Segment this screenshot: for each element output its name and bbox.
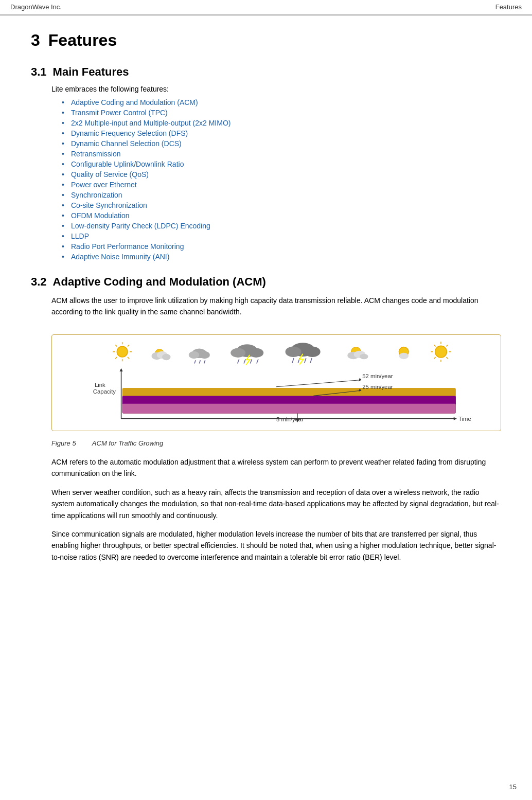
section-3-2-body: ACM allows the user to improve link util… (51, 295, 501, 563)
chapter-number: 3 (31, 31, 40, 49)
page-footer: 15 (509, 783, 517, 791)
feature-list-item[interactable]: LLDP (62, 232, 501, 240)
figure-caption-text: ACM for Traffic Growing (92, 439, 163, 447)
acm-para-4: Since communication signals are modulate… (51, 528, 501, 563)
page-header: DragonWave Inc. Features (0, 0, 532, 15)
feature-link[interactable]: Adaptive Noise Immunity (ANI) (71, 253, 169, 261)
svg-line-29 (292, 358, 294, 363)
feature-list-item[interactable]: Synchronization (62, 191, 501, 199)
section-3-1-title: 3.1Main Features (31, 65, 501, 79)
feature-list-item[interactable]: Retransmission (62, 150, 501, 158)
chapter-title: 3Features (31, 31, 501, 50)
svg-point-28 (305, 346, 321, 357)
feature-list-item[interactable]: Dynamic Frequency Selection (DFS) (62, 129, 501, 137)
page-number: 15 (509, 783, 517, 791)
header-right: Features (495, 3, 522, 11)
svg-line-8 (115, 357, 117, 359)
svg-text:Capacity: Capacity (93, 388, 116, 395)
feature-list: Adaptive Coding and Modulation (ACM)Tran… (62, 98, 501, 261)
svg-line-44 (434, 345, 436, 346)
svg-line-46 (446, 345, 448, 346)
chapter-title-text: Features (48, 31, 117, 49)
svg-line-45 (446, 357, 448, 359)
svg-point-14 (189, 351, 200, 358)
section-3-2-number: 3.2 (31, 275, 47, 288)
svg-line-32 (310, 358, 312, 363)
page-wrapper: DragonWave Inc. Features 3Features 3.1Ma… (0, 0, 532, 800)
feature-link[interactable]: Adaptive Coding and Modulation (ACM) (71, 98, 198, 106)
svg-line-31 (305, 358, 306, 363)
feature-link[interactable]: 2x2 Multiple-input and Multiple-output (… (71, 119, 230, 127)
feature-link[interactable]: Power over Ethernet (71, 181, 137, 189)
svg-line-5 (115, 345, 117, 346)
main-content: 3Features 3.1Main Features Lite embraces… (0, 15, 532, 591)
feature-link[interactable]: Retransmission (71, 150, 120, 158)
svg-point-39 (435, 346, 447, 358)
svg-point-20 (230, 348, 245, 358)
feature-list-item[interactable]: Adaptive Coding and Modulation (ACM) (62, 98, 501, 106)
section-3-2-title-text: Adaptive Coding and Modulation (ACM) (53, 275, 266, 288)
acm-para-3: When server weather condition, such as a… (51, 487, 501, 521)
feature-link[interactable]: Dynamic Channel Selection (DCS) (71, 139, 182, 148)
svg-line-22 (238, 359, 239, 363)
svg-point-36 (360, 354, 368, 359)
feature-link[interactable]: Radio Port Performance Monitoring (71, 242, 184, 251)
acm-para-1: ACM allows the user to improve link util… (51, 295, 501, 318)
svg-point-38 (399, 353, 409, 359)
feature-list-item[interactable]: Power over Ethernet (62, 181, 501, 189)
svg-point-15 (199, 351, 210, 358)
svg-line-58 (276, 380, 361, 386)
figure-container: Link Capacity Time (51, 334, 501, 431)
section-3-2-title: 3.2Adaptive Coding and Modulation (ACM) (31, 275, 501, 289)
feature-list-item[interactable]: Quality of Service (QoS) (62, 170, 501, 179)
header-left: DragonWave Inc. (10, 3, 62, 11)
feature-link[interactable]: LLDP (71, 232, 89, 240)
acm-para-2: ACM refers to the automatic modulation a… (51, 456, 501, 479)
svg-marker-53 (454, 417, 457, 420)
feature-link[interactable]: Quality of Service (QoS) (71, 170, 149, 179)
feature-link[interactable]: Dynamic Frequency Selection (DFS) (71, 129, 188, 137)
section-3-1-number: 3.1 (31, 65, 47, 78)
svg-text:52 min/year: 52 min/year (362, 373, 393, 379)
acm-diagram: Link Capacity Time (57, 340, 495, 422)
feature-list-item[interactable]: Co-site Synchronization (62, 201, 501, 209)
feature-list-item[interactable]: Low-density Parity Check (LDPC) Encoding (62, 222, 501, 230)
svg-line-16 (194, 360, 196, 363)
feature-list-item[interactable]: Transmit Power Control (TPC) (62, 109, 501, 117)
svg-text:Time: Time (458, 416, 471, 422)
feature-list-item[interactable]: OFDM Modulation (62, 211, 501, 220)
svg-line-47 (434, 357, 436, 359)
feature-list-item[interactable]: Radio Port Performance Monitoring (62, 242, 501, 251)
svg-text:5 min/year: 5 min/year (276, 416, 304, 422)
feature-link[interactable]: Co-site Synchronization (71, 201, 147, 209)
svg-point-21 (249, 348, 263, 358)
feature-link[interactable]: Synchronization (71, 191, 122, 199)
svg-marker-51 (119, 368, 122, 371)
feature-link[interactable]: Configurable Uplink/Downlink Ratio (71, 160, 184, 168)
section-3-1-title-text: Main Features (53, 65, 129, 78)
svg-text:Link: Link (95, 382, 105, 388)
figure-caption: Figure 5 ACM for Traffic Growing (51, 438, 501, 449)
svg-line-24 (250, 359, 252, 363)
feature-list-item[interactable]: Adaptive Noise Immunity (ANI) (62, 253, 501, 261)
svg-marker-59 (359, 378, 361, 381)
svg-line-7 (128, 345, 129, 346)
feature-list-item[interactable]: Configurable Uplink/Downlink Ratio (62, 160, 501, 168)
feature-list-item[interactable]: 2x2 Multiple-input and Multiple-output (… (62, 119, 501, 127)
svg-point-0 (117, 346, 128, 357)
svg-text:25 min/year: 25 min/year (362, 384, 393, 390)
feature-link[interactable]: Low-density Parity Check (LDPC) Encoding (71, 222, 210, 230)
svg-line-23 (244, 359, 245, 363)
feature-link[interactable]: Transmit Power Control (TPC) (71, 109, 168, 117)
svg-rect-57 (122, 404, 456, 414)
svg-line-25 (257, 359, 258, 363)
feature-link[interactable]: OFDM Modulation (71, 211, 130, 220)
svg-line-18 (204, 360, 205, 363)
figure-number: Figure 5 (51, 439, 76, 447)
svg-line-17 (199, 360, 200, 363)
svg-point-27 (286, 346, 302, 357)
feature-list-item[interactable]: Dynamic Channel Selection (DCS) (62, 139, 501, 148)
svg-line-6 (128, 357, 129, 359)
intro-text: Lite embraces the following features: (51, 85, 501, 93)
svg-point-12 (162, 354, 171, 360)
